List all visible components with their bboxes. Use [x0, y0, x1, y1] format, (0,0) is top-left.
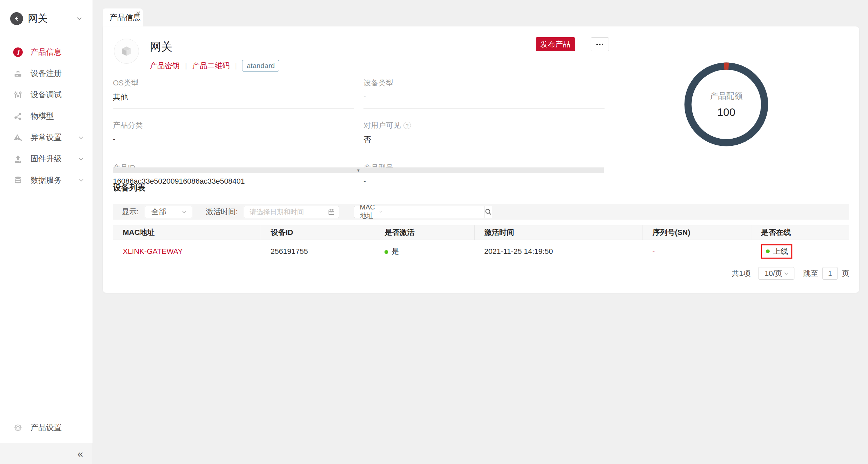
sidebar-header: 网关 [0, 0, 93, 37]
product-plan-badge: atandard [242, 60, 279, 72]
product-links: 产品密钥 | 产品二维码 | atandard [150, 60, 279, 72]
main-area: 产品信息 × 网关 产品密钥 | 产品二维码 [93, 0, 868, 464]
database-icon [13, 175, 23, 185]
sidebar-item-product-info[interactable]: i 产品信息 [0, 41, 93, 63]
header-buttons: 发布产品 [536, 37, 609, 51]
date-picker [244, 206, 339, 218]
chevron-down-icon[interactable] [76, 15, 83, 22]
arrow-left-icon [13, 15, 20, 22]
app-root: 网关 i 产品信息 设备注册 [0, 0, 868, 464]
info-icon: i [13, 47, 23, 57]
jump-page-input[interactable] [822, 267, 838, 280]
sidebar-item-device-register[interactable]: 设备注册 [0, 63, 93, 84]
search-input[interactable] [386, 206, 484, 218]
sidebar: 网关 i 产品信息 设备注册 [0, 0, 93, 464]
ellipsis-icon [596, 43, 604, 45]
field-device-type: 设备类型 - [363, 78, 605, 109]
table-header-row: MAC地址 设备ID 是否激活 激活时间 序列号(SN) 是否在线 [113, 225, 849, 240]
product-name: 网关 [150, 39, 279, 55]
sidebar-spacer [0, 191, 93, 417]
activated-cell: 是 [375, 240, 474, 263]
device-list-title: 设备列表 [113, 182, 145, 193]
quota-text: 产品配额 100 [684, 62, 768, 146]
divider: | [185, 62, 187, 70]
chevron-down-icon [78, 177, 84, 184]
chevron-down-icon [78, 134, 84, 141]
device-id-cell: 256191755 [261, 240, 375, 263]
calendar-icon[interactable] [328, 208, 335, 216]
tab-product-info[interactable]: 产品信息 × [103, 8, 143, 26]
sidebar-menu: i 产品信息 设备注册 设备调试 [0, 37, 93, 191]
product-header: 网关 产品密钥 | 产品二维码 | atandard [114, 39, 279, 72]
chevron-down-icon [78, 156, 84, 162]
gear-icon [13, 423, 23, 433]
quota-donut-chart: 产品配额 100 [684, 62, 768, 146]
device-mac-link[interactable]: XLINK-GATEWAY [123, 247, 183, 256]
sidebar-item-data-service[interactable]: 数据服务 [0, 169, 93, 191]
field-product-id: 产品ID 16086ac33e50200916086ac33e508401 [113, 163, 354, 187]
chevron-down-icon [181, 209, 187, 215]
sidebar-item-firmware-upgrade[interactable]: 固件升级 [0, 148, 93, 169]
col-device-id: 设备ID [261, 225, 375, 240]
quota-value: 100 [717, 106, 735, 119]
alert-gear-icon [13, 133, 23, 143]
sidebar-item-exception-settings[interactable]: 异常设置 [0, 127, 93, 148]
sidebar-footer: « [0, 443, 93, 464]
activation-time-cell: 2021-11-25 14:19:50 [474, 240, 643, 263]
date-picker-input[interactable] [244, 206, 339, 218]
upload-icon [13, 154, 23, 164]
help-icon[interactable]: ? [403, 122, 411, 129]
sidebar-item-device-debug[interactable]: 设备调试 [0, 84, 93, 105]
device-table: MAC地址 设备ID 是否激活 激活时间 序列号(SN) 是否在线 XLINK-… [113, 225, 849, 263]
sidebar-item-product-settings[interactable]: 产品设置 [0, 417, 93, 438]
product-header-text: 网关 产品密钥 | 产品二维码 | atandard [150, 39, 279, 72]
divider: | [235, 62, 237, 70]
product-avatar [114, 39, 139, 64]
product-info-card: 网关 产品密钥 | 产品二维码 | atandard 发布产品 [103, 26, 859, 293]
per-page-select[interactable]: 10/页 [758, 267, 794, 280]
show-filter-label: 显示: [122, 207, 139, 217]
back-button[interactable] [10, 12, 23, 25]
field-user-visible: 对用户可见 ? 否 [363, 120, 605, 151]
pagination: 共1项 10/页 跳至 页 [732, 267, 849, 280]
show-filter-select[interactable]: 全部 [145, 206, 192, 218]
share-nodes-icon [13, 111, 23, 121]
status-dot-green [766, 249, 770, 253]
activation-time-label: 激活时间: [206, 207, 238, 217]
more-actions-button[interactable] [591, 37, 609, 51]
search-button[interactable] [484, 206, 492, 218]
sn-cell: - [643, 240, 751, 263]
close-icon[interactable]: × [136, 9, 141, 17]
col-online: 是否在线 [751, 225, 849, 240]
collapse-details-bar[interactable]: ▼ [113, 167, 604, 173]
col-sn: 序列号(SN) [643, 225, 751, 240]
sliders-icon [13, 90, 23, 100]
chevron-down-icon [783, 270, 789, 277]
total-count: 共1项 [732, 268, 751, 279]
field-os-type: OS类型 其他 [113, 78, 354, 109]
field-product-category: 产品分类 - [113, 120, 354, 151]
search-group: MAC地址 [354, 206, 490, 218]
search-icon [485, 208, 492, 216]
table-row: XLINK-GATEWAY 256191755 是 2021-11-25 14:… [113, 240, 849, 263]
col-activation-time: 激活时间 [474, 225, 643, 240]
col-activated: 是否激活 [375, 225, 474, 240]
collapse-sidebar-button[interactable]: « [77, 449, 83, 459]
field-product-model: 产品型号 - [363, 163, 605, 187]
device-filter-bar: 显示: 全部 激活时间: [113, 204, 849, 220]
status-dot-green [384, 250, 388, 254]
online-cell: 上线 [751, 240, 849, 263]
chevron-down-icon [379, 209, 382, 215]
publish-product-button[interactable]: 发布产品 [536, 37, 575, 51]
sidebar-item-thing-model[interactable]: 物模型 [0, 105, 93, 127]
col-mac: MAC地址 [113, 225, 261, 240]
search-field-select[interactable]: MAC地址 [354, 206, 386, 218]
page-suffix: 页 [842, 268, 849, 279]
product-switcher-title: 网关 [28, 12, 76, 25]
product-secret-link[interactable]: 产品密钥 [150, 61, 180, 71]
annotation-highlight-box: 上线 [761, 244, 792, 259]
collapse-arrow-icon: ▼ [356, 168, 360, 173]
device-register-icon [13, 68, 23, 79]
product-qrcode-link[interactable]: 产品二维码 [192, 61, 230, 71]
cube-icon [120, 45, 133, 57]
